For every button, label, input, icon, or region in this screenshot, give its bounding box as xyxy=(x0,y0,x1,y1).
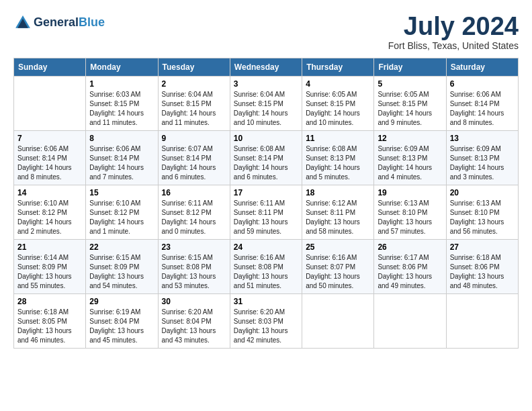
day-number: 31 xyxy=(234,297,298,306)
calendar-cell xyxy=(14,77,86,131)
day-info: Sunrise: 6:13 AMSunset: 8:10 PMDaylight:… xyxy=(450,199,515,236)
calendar-cell xyxy=(302,294,374,349)
calendar-cell: 10Sunrise: 6:08 AMSunset: 8:14 PMDayligh… xyxy=(230,131,302,185)
day-info: Sunrise: 6:15 AMSunset: 8:08 PMDaylight:… xyxy=(162,253,226,291)
calendar-cell: 7Sunrise: 6:06 AMSunset: 8:14 PMDaylight… xyxy=(14,131,86,185)
day-info: Sunrise: 6:04 AMSunset: 8:15 PMDaylight:… xyxy=(234,90,298,128)
calendar-cell: 2Sunrise: 6:04 AMSunset: 8:15 PMDaylight… xyxy=(158,77,230,131)
day-info: Sunrise: 6:18 AMSunset: 8:05 PMDaylight:… xyxy=(17,308,82,345)
day-info: Sunrise: 6:19 AMSunset: 8:04 PMDaylight:… xyxy=(89,308,154,345)
day-number: 16 xyxy=(162,188,226,197)
month-title: July 2024 xyxy=(388,13,519,39)
day-info: Sunrise: 6:14 AMSunset: 8:09 PMDaylight:… xyxy=(17,253,82,291)
calendar-cell xyxy=(446,294,518,349)
location: Fort Bliss, Texas, United States xyxy=(388,40,519,51)
calendar-cell: 29Sunrise: 6:19 AMSunset: 8:04 PMDayligh… xyxy=(86,294,158,349)
weekday-header-tuesday: Tuesday xyxy=(158,58,230,77)
weekday-header-row: SundayMondayTuesdayWednesdayThursdayFrid… xyxy=(14,58,519,77)
day-number: 19 xyxy=(378,188,442,197)
day-number: 25 xyxy=(306,242,370,252)
day-info: Sunrise: 6:03 AMSunset: 8:15 PMDaylight:… xyxy=(89,90,154,128)
calendar-cell: 16Sunrise: 6:11 AMSunset: 8:12 PMDayligh… xyxy=(158,185,230,240)
day-number: 23 xyxy=(162,242,226,252)
weekday-header-wednesday: Wednesday xyxy=(230,58,302,77)
calendar-week-5: 28Sunrise: 6:18 AMSunset: 8:05 PMDayligh… xyxy=(14,294,519,349)
day-number: 24 xyxy=(234,242,298,252)
calendar-cell: 17Sunrise: 6:11 AMSunset: 8:11 PMDayligh… xyxy=(230,185,302,240)
weekday-header-sunday: Sunday xyxy=(14,58,86,77)
calendar-week-4: 21Sunrise: 6:14 AMSunset: 8:09 PMDayligh… xyxy=(14,240,519,294)
title-block: July 2024 Fort Bliss, Texas, United Stat… xyxy=(388,13,519,51)
calendar-cell: 13Sunrise: 6:09 AMSunset: 8:13 PMDayligh… xyxy=(446,131,518,185)
day-info: Sunrise: 6:10 AMSunset: 8:12 PMDaylight:… xyxy=(89,199,154,236)
day-number: 22 xyxy=(89,242,154,252)
calendar-cell: 5Sunrise: 6:05 AMSunset: 8:15 PMDaylight… xyxy=(374,77,446,131)
day-info: Sunrise: 6:08 AMSunset: 8:13 PMDaylight:… xyxy=(306,144,370,182)
calendar-cell: 24Sunrise: 6:16 AMSunset: 8:08 PMDayligh… xyxy=(230,240,302,294)
day-number: 10 xyxy=(234,134,298,143)
calendar-cell: 6Sunrise: 6:06 AMSunset: 8:14 PMDaylight… xyxy=(446,77,518,131)
logo: GeneralBlue xyxy=(13,13,105,32)
day-number: 20 xyxy=(450,188,515,197)
day-number: 21 xyxy=(17,242,82,252)
day-info: Sunrise: 6:10 AMSunset: 8:12 PMDaylight:… xyxy=(17,199,82,236)
day-info: Sunrise: 6:16 AMSunset: 8:08 PMDaylight:… xyxy=(234,253,298,291)
day-number: 13 xyxy=(450,134,515,143)
calendar-week-1: 1Sunrise: 6:03 AMSunset: 8:15 PMDaylight… xyxy=(14,77,519,131)
day-info: Sunrise: 6:06 AMSunset: 8:14 PMDaylight:… xyxy=(450,90,515,128)
day-number: 29 xyxy=(89,297,154,306)
day-info: Sunrise: 6:05 AMSunset: 8:15 PMDaylight:… xyxy=(306,90,370,128)
day-number: 2 xyxy=(162,79,226,89)
day-number: 1 xyxy=(89,79,154,89)
day-number: 11 xyxy=(306,134,370,143)
day-number: 28 xyxy=(17,297,82,306)
calendar-table: SundayMondayTuesdayWednesdayThursdayFrid… xyxy=(13,58,519,349)
day-number: 15 xyxy=(89,188,154,197)
calendar-week-2: 7Sunrise: 6:06 AMSunset: 8:14 PMDaylight… xyxy=(14,131,519,185)
calendar-cell: 30Sunrise: 6:20 AMSunset: 8:04 PMDayligh… xyxy=(158,294,230,349)
day-info: Sunrise: 6:11 AMSunset: 8:11 PMDaylight:… xyxy=(234,199,298,236)
day-number: 27 xyxy=(450,242,515,252)
day-info: Sunrise: 6:05 AMSunset: 8:15 PMDaylight:… xyxy=(378,90,442,128)
calendar-cell: 3Sunrise: 6:04 AMSunset: 8:15 PMDaylight… xyxy=(230,77,302,131)
day-info: Sunrise: 6:09 AMSunset: 8:13 PMDaylight:… xyxy=(378,144,442,182)
day-info: Sunrise: 6:18 AMSunset: 8:06 PMDaylight:… xyxy=(450,253,515,291)
calendar-cell: 1Sunrise: 6:03 AMSunset: 8:15 PMDaylight… xyxy=(86,77,158,131)
day-info: Sunrise: 6:15 AMSunset: 8:09 PMDaylight:… xyxy=(89,253,154,291)
weekday-header-thursday: Thursday xyxy=(302,58,374,77)
calendar-cell: 12Sunrise: 6:09 AMSunset: 8:13 PMDayligh… xyxy=(374,131,446,185)
calendar-cell: 14Sunrise: 6:10 AMSunset: 8:12 PMDayligh… xyxy=(14,185,86,240)
calendar-cell: 25Sunrise: 6:16 AMSunset: 8:07 PMDayligh… xyxy=(302,240,374,294)
day-number: 7 xyxy=(17,134,82,143)
day-number: 17 xyxy=(234,188,298,197)
calendar-cell: 8Sunrise: 6:06 AMSunset: 8:14 PMDaylight… xyxy=(86,131,158,185)
calendar-cell: 20Sunrise: 6:13 AMSunset: 8:10 PMDayligh… xyxy=(446,185,518,240)
day-number: 14 xyxy=(17,188,82,197)
day-info: Sunrise: 6:06 AMSunset: 8:14 PMDaylight:… xyxy=(89,144,154,182)
day-number: 8 xyxy=(89,134,154,143)
day-info: Sunrise: 6:12 AMSunset: 8:11 PMDaylight:… xyxy=(306,199,370,236)
day-info: Sunrise: 6:20 AMSunset: 8:04 PMDaylight:… xyxy=(162,308,226,345)
calendar-cell xyxy=(374,294,446,349)
calendar-cell: 21Sunrise: 6:14 AMSunset: 8:09 PMDayligh… xyxy=(14,240,86,294)
weekday-header-saturday: Saturday xyxy=(446,58,518,77)
calendar-week-3: 14Sunrise: 6:10 AMSunset: 8:12 PMDayligh… xyxy=(14,185,519,240)
calendar-cell: 4Sunrise: 6:05 AMSunset: 8:15 PMDaylight… xyxy=(302,77,374,131)
calendar-cell: 15Sunrise: 6:10 AMSunset: 8:12 PMDayligh… xyxy=(86,185,158,240)
calendar-cell: 19Sunrise: 6:13 AMSunset: 8:10 PMDayligh… xyxy=(374,185,446,240)
calendar-cell: 26Sunrise: 6:17 AMSunset: 8:06 PMDayligh… xyxy=(374,240,446,294)
day-info: Sunrise: 6:04 AMSunset: 8:15 PMDaylight:… xyxy=(162,90,226,128)
day-number: 12 xyxy=(378,134,442,143)
calendar-cell: 27Sunrise: 6:18 AMSunset: 8:06 PMDayligh… xyxy=(446,240,518,294)
day-number: 4 xyxy=(306,79,370,89)
calendar-cell: 22Sunrise: 6:15 AMSunset: 8:09 PMDayligh… xyxy=(86,240,158,294)
day-number: 30 xyxy=(162,297,226,306)
page-header: GeneralBlue July 2024 Fort Bliss, Texas,… xyxy=(13,13,519,51)
day-info: Sunrise: 6:20 AMSunset: 8:03 PMDaylight:… xyxy=(234,308,298,345)
day-info: Sunrise: 6:07 AMSunset: 8:14 PMDaylight:… xyxy=(162,144,226,182)
day-number: 3 xyxy=(234,79,298,89)
calendar-cell: 18Sunrise: 6:12 AMSunset: 8:11 PMDayligh… xyxy=(302,185,374,240)
logo-icon xyxy=(13,13,32,32)
day-info: Sunrise: 6:16 AMSunset: 8:07 PMDaylight:… xyxy=(306,253,370,291)
day-number: 9 xyxy=(162,134,226,143)
